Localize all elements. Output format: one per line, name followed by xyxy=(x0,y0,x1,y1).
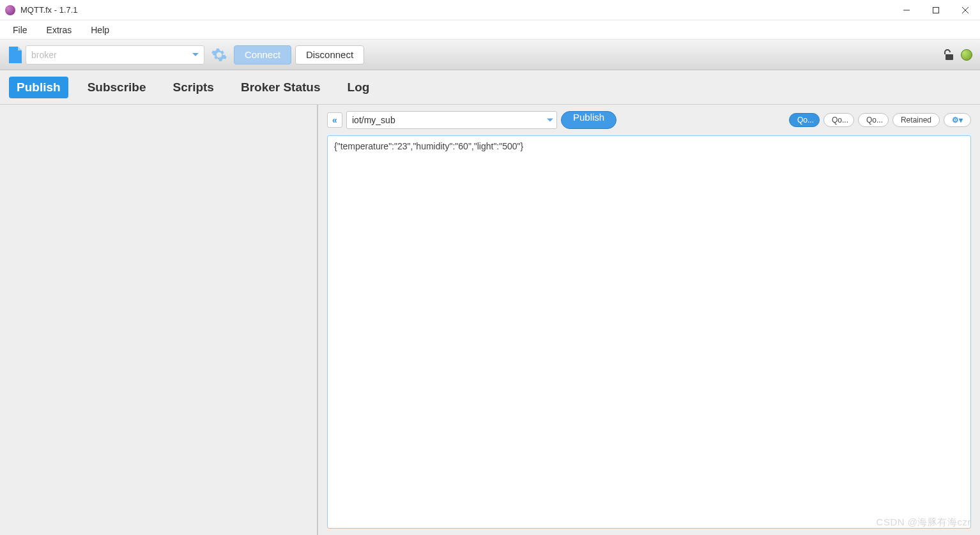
minimize-button[interactable] xyxy=(892,0,921,20)
topic-input[interactable] xyxy=(346,111,557,129)
disconnect-button[interactable]: Disconnect xyxy=(295,45,364,64)
tab-publish[interactable]: Publish xyxy=(9,77,68,98)
tab-subscribe[interactable]: Subscribe xyxy=(80,77,154,98)
gear-icon[interactable] xyxy=(210,45,229,64)
close-button[interactable] xyxy=(951,0,980,20)
svg-rect-1 xyxy=(933,7,939,13)
titlebar: MQTT.fx - 1.7.1 xyxy=(0,0,980,20)
tabs-bar: Publish Subscribe Scripts Broker Status … xyxy=(0,70,980,105)
qos2-button[interactable]: Qo... xyxy=(858,113,889,127)
menu-file[interactable]: File xyxy=(9,22,31,38)
svg-rect-4 xyxy=(946,54,953,60)
topic-input-wrapper xyxy=(346,111,557,129)
window-controls xyxy=(892,0,980,20)
collapse-button[interactable]: « xyxy=(327,112,342,128)
qos1-button[interactable]: Qo... xyxy=(823,113,854,127)
menu-extras[interactable]: Extras xyxy=(43,22,76,38)
main-content: « Publish Qo... Qo... Qo... Retained ⚙▾ xyxy=(0,105,980,535)
unlock-icon xyxy=(943,49,956,61)
publish-button[interactable]: Publish xyxy=(561,111,616,129)
tab-log[interactable]: Log xyxy=(340,77,378,98)
file-icon xyxy=(8,47,22,63)
connection-status-indicator xyxy=(961,49,972,61)
publish-panel: « Publish Qo... Qo... Qo... Retained ⚙▾ xyxy=(318,105,980,535)
maximize-button[interactable] xyxy=(921,0,951,20)
profile-placeholder: broker xyxy=(31,50,57,60)
payload-textarea[interactable] xyxy=(327,135,971,529)
connect-button[interactable]: Connect xyxy=(234,45,291,64)
connection-status-area xyxy=(943,49,972,61)
left-panel xyxy=(0,105,318,535)
window-title: MQTT.fx - 1.7.1 xyxy=(20,5,892,15)
tab-scripts[interactable]: Scripts xyxy=(165,77,222,98)
menubar: File Extras Help xyxy=(0,20,980,40)
publish-controls-row: « Publish Qo... Qo... Qo... Retained ⚙▾ xyxy=(327,111,971,129)
tab-broker-status[interactable]: Broker Status xyxy=(233,77,328,98)
qos0-button[interactable]: Qo... xyxy=(789,113,820,127)
profile-select[interactable]: broker xyxy=(26,45,204,64)
menu-help[interactable]: Help xyxy=(87,22,113,38)
app-icon xyxy=(5,5,15,15)
retained-button[interactable]: Retained xyxy=(892,113,940,127)
connection-bar: broker Connect Disconnect xyxy=(0,40,980,70)
publish-settings-button[interactable]: ⚙▾ xyxy=(944,113,971,127)
